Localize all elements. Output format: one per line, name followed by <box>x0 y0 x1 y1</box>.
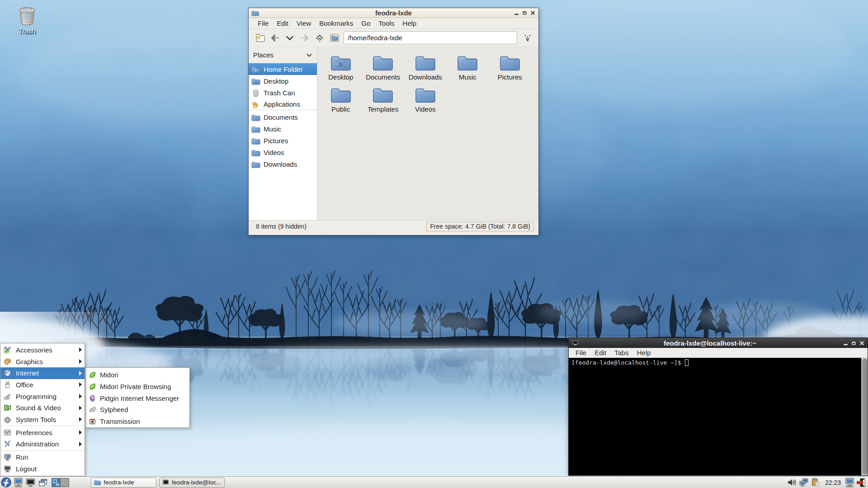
fm-history-dropdown-button[interactable] <box>282 31 297 45</box>
start-menu-item[interactable]: Office <box>0 379 85 391</box>
fm-back-button[interactable] <box>267 31 282 45</box>
fm-place-item[interactable]: Applications <box>249 99 317 110</box>
desktop-icon-trash[interactable]: Trash <box>8 5 46 35</box>
start-menu-item[interactable]: Preferences <box>0 427 85 438</box>
submenu-item[interactable]: Transmission <box>85 416 189 427</box>
folder-label: Public <box>320 105 362 113</box>
start-menu-item[interactable]: Run <box>0 451 85 463</box>
fm-folder-item[interactable]: Music <box>447 54 489 86</box>
fm-menu-item[interactable]: File <box>254 19 273 28</box>
start-menu-item[interactable]: Internet <box>0 367 85 379</box>
terminal-scrollbar-thumb[interactable] <box>863 359 867 474</box>
terminal-body: [feodra-lxde@localhost-live ~]$ <box>569 358 868 475</box>
pager-desktop-2[interactable] <box>61 479 69 487</box>
terminal-maximize-button[interactable] <box>851 340 857 346</box>
start-menu-button[interactable] <box>0 477 12 488</box>
logout-icon[interactable] <box>855 477 867 488</box>
terminal-minimize-button[interactable] <box>843 340 849 346</box>
folder-icon <box>330 54 351 72</box>
task-button[interactable]: feodra-lxde <box>91 478 156 488</box>
folder-label: Downloads <box>404 73 447 81</box>
fm-home-button[interactable] <box>327 31 342 45</box>
start-menu-item[interactable]: Accessories <box>0 344 85 356</box>
fm-place-item[interactable]: Trash Can <box>249 87 317 99</box>
fm-menubar: FileEditViewBookmarksGoToolsHelp <box>249 18 538 29</box>
fm-place-item[interactable]: Pictures <box>249 135 317 146</box>
desktop-pager[interactable] <box>52 478 69 487</box>
start-menu-item-icon <box>4 369 11 377</box>
fm-menu-item[interactable]: View <box>292 19 315 28</box>
fm-up-button[interactable] <box>312 31 327 45</box>
fm-menu-item[interactable]: Go <box>357 19 374 28</box>
fm-titlebar[interactable]: feodra-lxde <box>249 8 538 18</box>
place-label: Pictures <box>264 137 288 145</box>
network-icon[interactable] <box>798 477 810 488</box>
clipboard-icon[interactable] <box>810 477 821 488</box>
submenu-item[interactable]: Pidgin Internet Messenger <box>85 392 189 404</box>
terminal-menu-item[interactable]: File <box>571 348 590 357</box>
fm-place-item[interactable]: Downloads <box>249 158 317 170</box>
submenu-arrow-icon <box>79 406 82 410</box>
fm-folder-item[interactable]: Templates <box>362 86 405 118</box>
fm-new-tab-button[interactable] <box>252 31 267 45</box>
pager-desktop-1[interactable] <box>52 479 61 487</box>
start-menu-item[interactable]: Graphics <box>0 356 85 367</box>
fm-menu-item[interactable]: Help <box>398 19 420 28</box>
terminal-window-buttons <box>843 340 865 346</box>
place-icon <box>251 113 260 122</box>
start-menu-item[interactable]: Programming <box>0 390 85 402</box>
fm-menu-item[interactable]: Edit <box>273 19 292 28</box>
fm-icon-view[interactable]: Desktop Documents Downloads Music Pictur… <box>317 47 538 220</box>
fm-folder-item[interactable]: Public <box>320 86 362 118</box>
start-menu-item-label: Logout <box>16 465 37 473</box>
fm-place-item[interactable]: Music <box>249 123 317 135</box>
minimize-all-button[interactable] <box>37 477 49 488</box>
fm-folder-item[interactable]: Documents <box>362 54 405 86</box>
terminal-scrollbar[interactable] <box>861 358 868 475</box>
submenu-item[interactable]: Sylpheed <box>85 404 189 416</box>
submenu-item[interactable]: Midori Private Browsing <box>85 381 189 393</box>
fm-jump-button[interactable] <box>520 31 535 45</box>
fm-folder-item[interactable]: Pictures <box>489 54 531 86</box>
place-label: Trash Can <box>264 89 295 97</box>
start-menu-item[interactable]: System Tools <box>0 414 85 426</box>
launcher-file-manager[interactable] <box>12 477 24 488</box>
fm-place-item[interactable]: Videos <box>249 146 317 158</box>
fm-place-item[interactable]: Desktop <box>249 75 317 87</box>
fm-place-item[interactable]: Documents <box>249 111 317 123</box>
terminal-titlebar[interactable]: feodra-lxde@localhost-live:~ <box>569 338 868 348</box>
terminal-window-title: feodra-lxde@localhost-live:~ <box>569 339 851 347</box>
start-menu-item[interactable]: Sound & Video <box>0 402 85 414</box>
fm-place-item[interactable]: Home Folder <box>249 63 317 75</box>
fm-minimize-button[interactable] <box>514 10 519 16</box>
fm-menu-item[interactable]: Bookmarks <box>315 19 357 28</box>
submenu-item[interactable]: Midori <box>85 369 189 381</box>
taskbar-clock[interactable]: 22:23 <box>825 479 841 486</box>
terminal-menu-item[interactable]: Help <box>633 348 655 357</box>
submenu-item-label: Midori Private Browsing <box>100 383 171 390</box>
fm-menu-item[interactable]: Tools <box>374 19 398 28</box>
folder-icon <box>415 54 436 72</box>
fm-close-button[interactable] <box>530 10 536 16</box>
fm-maximize-button[interactable] <box>522 10 528 16</box>
task-button-icon <box>94 479 101 486</box>
terminal-close-button[interactable] <box>859 340 865 346</box>
start-menu-item[interactable]: Logout <box>0 463 85 474</box>
fm-places-header[interactable]: Places <box>249 47 317 63</box>
launcher-terminal[interactable] <box>24 477 37 488</box>
terminal-menu-item[interactable]: Edit <box>590 348 610 357</box>
start-menu-item[interactable]: Administration <box>0 438 85 450</box>
volume-icon[interactable] <box>786 477 798 488</box>
start-menu-item-label: System Tools <box>16 416 56 423</box>
terminal-screen[interactable]: [feodra-lxde@localhost-live ~]$ <box>569 358 861 475</box>
terminal-menu-item[interactable]: Tabs <box>610 348 633 357</box>
fm-folder-item[interactable]: Desktop <box>320 54 362 86</box>
submenu-item-label: Pidgin Internet Messenger <box>100 394 179 402</box>
fm-folder-item[interactable]: Videos <box>404 86 447 118</box>
fm-address-bar[interactable]: /home/feodra-lxde <box>344 31 517 44</box>
task-button[interactable]: feodra-lxde@loc... <box>159 478 225 488</box>
fm-folder-item[interactable]: Downloads <box>404 54 447 86</box>
fm-forward-button[interactable] <box>297 31 312 45</box>
fm-statusbar: 8 items (9 hidden) Free space: 4.7 GiB (… <box>249 220 538 235</box>
display-settings-icon[interactable] <box>844 477 855 488</box>
